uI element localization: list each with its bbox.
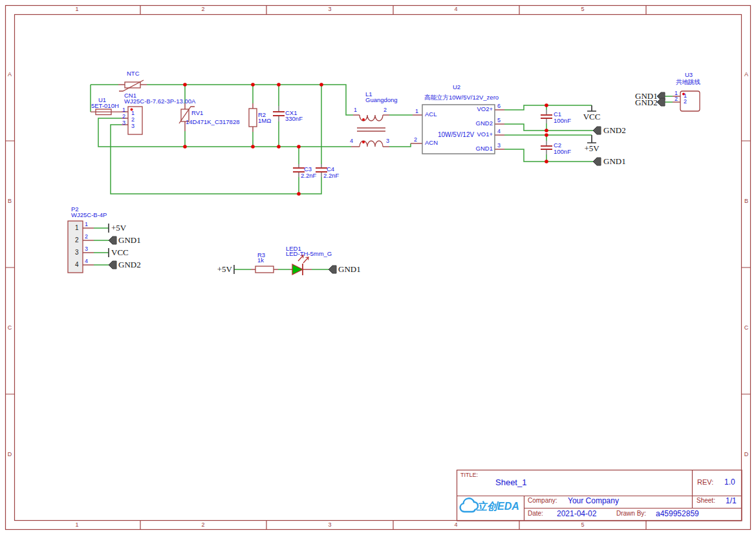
schematic-canvas[interactable] [0, 0, 756, 535]
p2-pin3-inner: 3 [75, 249, 79, 257]
wire-u3 [665, 96, 673, 102]
wire-gnd1 [504, 149, 593, 162]
frame-col-1-bottom: 1 [70, 522, 83, 528]
r3-value[interactable]: 1k [257, 257, 264, 264]
sheet-label: Sheet: [697, 498, 715, 505]
p2-pin1-inner: 1 [75, 225, 79, 232]
ntc-ref[interactable]: NTC [127, 70, 140, 77]
frame-col-4-bottom: 4 [449, 522, 462, 528]
u2-center-label: 10W/5V/12V [438, 132, 474, 139]
r2-value[interactable]: 1MΩ [258, 118, 271, 124]
net-gnd1[interactable]: GND1 [603, 157, 626, 166]
sheet-value: 1/1 [726, 497, 737, 505]
u2-value[interactable]: 高能立方10W/5V/12V_zero [424, 94, 499, 101]
component-cn1-connector[interactable] [128, 107, 142, 134]
p2-pin3-num: 3 [85, 246, 88, 252]
wire-p2 [94, 228, 109, 265]
p2-net-vcc[interactable]: VCC [111, 248, 129, 257]
net-plus5v[interactable]: +5V [583, 144, 601, 153]
frame-col-3-top: 3 [323, 6, 336, 12]
led-net-gnd1[interactable]: GND1 [338, 265, 361, 274]
capacitor-leads [279, 106, 546, 177]
cn1-value[interactable]: WJ25C-B-7.62-3P-13.00A [124, 98, 195, 105]
gnd1-flag-icon [593, 158, 601, 165]
c3-value[interactable]: 2.2nF [301, 173, 316, 179]
sheet-frame [5, 5, 751, 530]
u3-pin2-inner: 2 [684, 99, 687, 105]
u2-pin3-num: 3 [497, 143, 501, 149]
u2-pin2-num: 2 [414, 137, 417, 143]
frame-col-5-top: 5 [576, 6, 589, 12]
cn1-pin3-num: 3 [122, 120, 125, 126]
l1-value[interactable]: Guangdong [365, 97, 398, 103]
led1-value[interactable]: LED-TH-5mm_G [286, 251, 332, 257]
p2-net-gnd2[interactable]: GND2 [118, 260, 141, 269]
title-label: TITLE: [460, 472, 478, 478]
p2-pin1-num: 1 [85, 222, 88, 227]
logo-cloud-icon [460, 498, 478, 512]
frame-col-1-top: 1 [70, 6, 83, 12]
u2-ref[interactable]: U2 [453, 84, 460, 90]
component-r2-resistor[interactable] [249, 109, 257, 127]
rv1-ref[interactable]: RV1 [191, 110, 203, 116]
c4-value[interactable]: 2.2nF [323, 173, 339, 179]
u2-pin1-num: 1 [415, 109, 418, 114]
p2-pin2-num: 2 [85, 234, 88, 240]
u1-value[interactable]: 5ET-010H [91, 103, 119, 109]
cn1-pin3-inner: 3 [131, 123, 135, 129]
wire-cn1-pin3 [111, 125, 321, 194]
frame-row-d-right: D [742, 452, 751, 457]
u3-ref[interactable]: U3 [685, 72, 693, 78]
component-ntc-thermistor[interactable] [119, 80, 144, 91]
component-cx1-capacitor[interactable] [273, 112, 285, 116]
date-label: Date: [528, 510, 543, 518]
l1-pin2-num: 2 [383, 107, 387, 113]
component-c2-capacitor[interactable] [541, 146, 552, 149]
cx1-value[interactable]: 330nF [285, 116, 303, 122]
frame-col-4-top: 4 [449, 6, 462, 12]
u2-pin1-name: ACL [425, 111, 437, 118]
date-value: 2021-04-02 [557, 510, 596, 518]
component-u1-fuse[interactable] [91, 109, 122, 115]
u2-pin3-name: GND1 [470, 145, 493, 152]
frame-col-5-bottom: 5 [576, 522, 589, 528]
p2-pin4-num: 4 [85, 258, 88, 264]
p2-pin4-inner: 4 [75, 262, 79, 269]
logo-text: 立创EDA [477, 501, 519, 512]
sheet-title: Sheet_1 [495, 478, 526, 487]
component-r3-resistor[interactable] [255, 266, 274, 273]
led-gnd1-flag-icon [329, 266, 336, 273]
c2-value[interactable]: 100nF [554, 149, 571, 155]
frame-row-a-left: A [5, 72, 14, 78]
net-gnd2[interactable]: GND2 [603, 126, 626, 135]
frame-row-b-right: B [742, 198, 751, 204]
u2-pin4-num: 4 [497, 129, 501, 134]
frame-row-b-left: B [5, 198, 14, 204]
frame-row-d-left: D [5, 452, 14, 457]
p2-net-gnd1[interactable]: GND1 [118, 236, 141, 245]
rv1-value[interactable]: 14D471K_C317828 [186, 119, 239, 125]
u3-pin2-num: 2 [675, 96, 678, 102]
u2-pin5-num: 5 [497, 118, 501, 123]
schematic-sheet: 1 2 3 4 5 1 2 3 4 5 A B C D A B C D U1 5… [0, 0, 756, 535]
frame-row-c-left: C [5, 325, 14, 331]
net-vcc[interactable]: VCC [583, 112, 601, 121]
u3-net-gnd2[interactable]: GND2 [635, 98, 656, 107]
p2-net-plus5v[interactable]: +5V [111, 224, 126, 233]
company-value: Your Company [568, 497, 619, 505]
company-label: Company: [528, 498, 557, 505]
u3-value[interactable]: 共地跳线 [676, 79, 700, 85]
wire-l1-to-acn [389, 143, 411, 147]
frame-row-c-right: C [742, 325, 751, 331]
component-led1[interactable] [292, 255, 308, 275]
drawn-by-value: a459952859 [656, 510, 699, 518]
c1-value[interactable]: 100nF [554, 118, 571, 124]
wire-gnd2 [504, 124, 593, 131]
plus5v-bar-icon [587, 135, 596, 143]
u3-gnd2-flag-icon [657, 98, 665, 106]
u2-pin2-name: ACN [425, 140, 438, 146]
component-c1-capacitor[interactable] [541, 115, 552, 118]
component-l1-common-mode-choke[interactable] [357, 115, 385, 147]
led-net-plus5v[interactable]: +5V [214, 265, 232, 274]
p2-value[interactable]: WJ25C-B-4P [71, 212, 107, 218]
